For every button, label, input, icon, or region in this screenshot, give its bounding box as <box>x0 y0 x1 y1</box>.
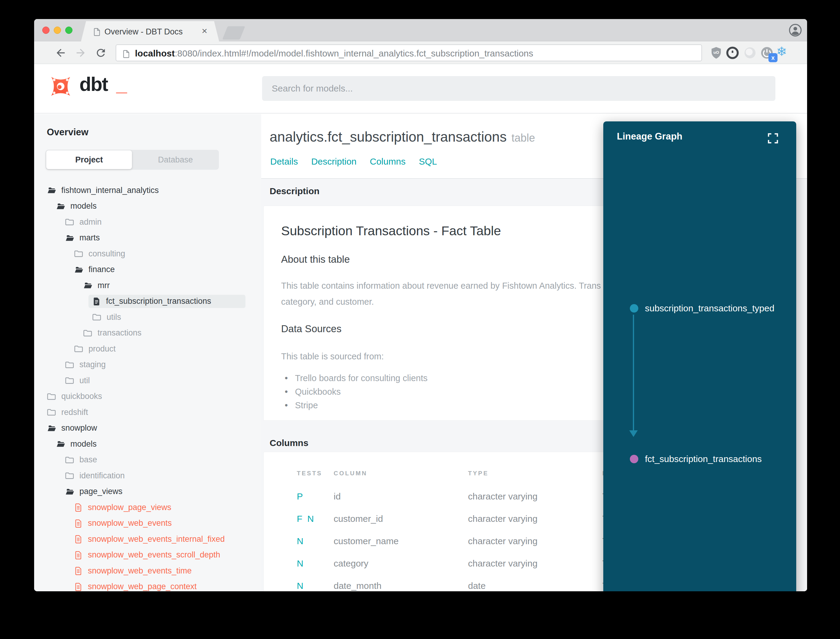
columns-section-label: Columns <box>270 438 308 448</box>
reload-button[interactable] <box>95 47 107 59</box>
tree-item-models[interactable]: models <box>34 199 261 215</box>
tree-item-consulting[interactable]: consulting <box>34 246 261 262</box>
tree-item-label: admin <box>79 218 102 227</box>
folder-icon <box>65 455 75 465</box>
browser-toolbar: localhost:8080/index.html#!/model/model.… <box>34 42 807 64</box>
tree-item-label: fct_subscription_transactions <box>106 297 211 306</box>
tree-item-snowplow_web_events_time[interactable]: snowplow_web_events_time <box>34 563 261 579</box>
doc-heading: Subscription Transactions - Fact Table <box>281 224 501 238</box>
tree-item-label: snowplow_page_views <box>88 503 171 512</box>
file-lines-icon <box>74 566 83 575</box>
tree-item-snowplow_page_views[interactable]: snowplow_page_views <box>34 499 261 515</box>
tree-item-staging[interactable]: staging <box>34 357 261 373</box>
cell-column: date_month <box>333 581 468 591</box>
tab-close-icon[interactable]: × <box>202 25 208 37</box>
tree-item-label: snowplow_web_events_internal_fixed <box>88 534 225 544</box>
tab-database[interactable]: Database <box>133 150 218 169</box>
traffic-light-maximize-button[interactable] <box>65 27 73 34</box>
tree-item-models[interactable]: models <box>34 436 261 452</box>
about-paragraph: This table contains information about re… <box>281 278 601 310</box>
tree-item-label: staging <box>79 360 106 369</box>
tree-item-quickbooks[interactable]: quickbooks <box>34 389 261 405</box>
folder-open-icon <box>47 185 56 195</box>
fullscreen-icon[interactable] <box>766 132 780 146</box>
folder-open-icon <box>56 202 65 211</box>
anchor-link-details[interactable]: Details <box>270 156 298 167</box>
folder-icon <box>65 360 75 370</box>
lineage-edge <box>633 315 634 431</box>
cell-tests: P <box>297 491 333 502</box>
folder-open-icon <box>47 423 56 433</box>
anchor-nav: DetailsDescriptionColumnsSQL <box>270 156 437 167</box>
tree-item-fct_subscription_transactions[interactable]: fct_subscription_transactions <box>34 294 261 310</box>
anchor-link-columns[interactable]: Columns <box>370 156 405 167</box>
data-source-item: Quickbooks <box>284 385 427 399</box>
tree-item-admin[interactable]: admin <box>34 214 261 230</box>
lineage-node-fct_subscription_transactions[interactable]: fct_subscription_transactions <box>630 454 762 464</box>
tree-item-util[interactable]: util <box>34 373 261 389</box>
url-path: :8080/index.html#!/model/model.fishtown_… <box>175 48 533 58</box>
tree-item-marts[interactable]: marts <box>34 230 261 246</box>
tree-item-transactions[interactable]: transactions <box>34 325 261 341</box>
tab-project[interactable]: Project <box>46 150 132 169</box>
profile-avatar-icon[interactable] <box>788 23 802 38</box>
traffic-light-minimize-button[interactable] <box>54 27 61 34</box>
tree-item-snowplow_web_events[interactable]: snowplow_web_events <box>34 515 261 531</box>
sidebar: Overview Project Database fishtown_inter… <box>34 114 261 591</box>
tree-item-page_views[interactable]: page_views <box>34 484 261 500</box>
tree-item-snowplow_web_events_internal_fixed[interactable]: snowplow_web_events_internal_fixed <box>34 531 261 547</box>
folder-icon <box>65 471 75 480</box>
about-line-2: category, and customer. <box>281 294 601 310</box>
dbt-logo-icon[interactable] <box>46 72 75 102</box>
cell-column: category <box>333 558 468 569</box>
tree-item-mrr[interactable]: mrr <box>34 278 261 294</box>
search-input[interactable] <box>262 76 775 101</box>
page-document-icon <box>92 27 102 39</box>
url-host: localhost <box>135 48 175 58</box>
snowflake-icon[interactable]: ❄ <box>776 44 787 59</box>
tree-item-snowplow_web_events_scroll_depth[interactable]: snowplow_web_events_scroll_depth <box>34 547 261 563</box>
cell-type: character varying <box>468 514 602 524</box>
column-header-tests: TESTS <box>297 470 333 477</box>
node-dot-icon <box>630 455 638 463</box>
tree-item-label: product <box>89 344 116 354</box>
lineage-node-subscription_transactions_typed[interactable]: subscription_transactions_typed <box>630 303 775 313</box>
tree-item-base[interactable]: base <box>34 452 261 468</box>
tree-item-snowplow[interactable]: snowplow <box>34 420 261 436</box>
forward-button[interactable] <box>75 47 87 59</box>
data-source-item: Stripe <box>284 399 427 412</box>
tree-item-label: models <box>70 202 97 211</box>
folder-open-icon <box>83 281 93 290</box>
tree-item-snowplow_web_page_context[interactable]: snowplow_web_page_context <box>34 579 261 591</box>
tree-item-finance[interactable]: finance <box>34 262 261 278</box>
model-name: analytics.fct_subscription_transactions <box>270 129 507 145</box>
about-heading: About this table <box>281 254 350 265</box>
tree-item-label: base <box>79 455 97 464</box>
new-tab-button[interactable] <box>222 26 245 40</box>
tree-item-product[interactable]: product <box>34 341 261 357</box>
tree-item-label: consulting <box>89 249 125 259</box>
anchor-link-sql[interactable]: SQL <box>419 156 437 167</box>
ublock-shield-icon[interactable]: uO <box>709 46 723 60</box>
onepassword-icon[interactable] <box>726 46 740 60</box>
tree-item-label: finance <box>89 265 115 274</box>
lineage-graph-panel: Lineage Graph subscription_transactions_… <box>603 121 796 591</box>
browser-tab[interactable]: Overview - DBT Docs × <box>81 21 219 42</box>
folder-icon <box>74 344 84 354</box>
tree-item-utils[interactable]: utils <box>34 309 261 325</box>
traffic-light-close-button[interactable] <box>42 27 49 34</box>
data-sources-heading: Data Sources <box>281 323 341 335</box>
cell-tests: F N <box>297 514 333 524</box>
tree-item-identification[interactable]: identification <box>34 468 261 484</box>
dbt-docs-app: dbt _ Overview Project Database fishtown… <box>34 64 807 591</box>
back-button[interactable] <box>55 47 67 59</box>
extension-circle-icon[interactable] <box>743 46 757 60</box>
tree-item-label: marts <box>79 233 100 243</box>
address-bar[interactable]: localhost:8080/index.html#!/model/model.… <box>116 45 702 61</box>
cell-tests: N <box>297 536 333 546</box>
anchor-link-description[interactable]: Description <box>311 156 357 167</box>
tree-item-fishtown_internal_analytics[interactable]: fishtown_internal_analytics <box>34 183 261 199</box>
node-dot-icon <box>630 304 638 313</box>
tree-item-redshift[interactable]: redshift <box>34 404 261 420</box>
screenshot-canvas: Overview - DBT Docs × localhost:8080/ind… <box>0 0 840 639</box>
